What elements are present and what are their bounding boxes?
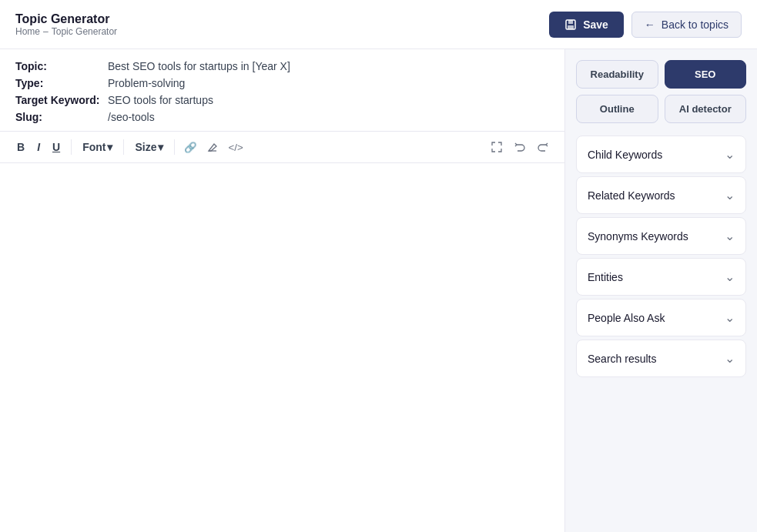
accordion-search-results: Search results ⌄ [576,340,746,377]
fullscreen-icon [491,141,503,153]
chevron-entities-icon: ⌄ [725,269,735,284]
meta-bar: Topic: Best SEO tools for startups in [Y… [0,49,564,132]
toolbar-divider-1 [71,139,72,155]
meta-row-type: Type: Problem-solving [15,77,549,89]
main: Topic: Best SEO tools for startups in [Y… [0,49,757,532]
slug-label: Slug: [15,111,108,123]
chevron-child-keywords-icon: ⌄ [725,147,735,162]
clear-format-button[interactable] [203,138,222,156]
chevron-search-results-icon: ⌄ [725,351,735,366]
save-icon [564,18,577,31]
topic-label: Topic: [15,60,108,72]
underline-icon: U [52,141,60,153]
meta-row-slug: Slug: /seo-tools [15,111,549,123]
accordion-header-people-also-ask[interactable]: People Also Ask ⌄ [577,299,745,336]
size-selector[interactable]: Size ▾ [130,138,168,156]
header-right: Save ← Back to topics [549,12,742,38]
bold-icon: B [17,141,25,153]
app-title: Topic Generator [15,12,117,26]
accordion-child-keywords: Child Keywords ⌄ [576,136,746,173]
accordion-related-keywords: Related Keywords ⌄ [576,176,746,214]
accordion-people-also-ask: People Also Ask ⌄ [576,299,746,336]
undo-icon [514,141,526,153]
font-chevron-icon: ▾ [107,141,112,153]
link-icon: 🔗 [184,142,197,153]
tab-buttons: Readability SEO Outline AI detector [565,49,757,129]
accordion-header-search-results[interactable]: Search results ⌄ [577,340,745,376]
tab-seo[interactable]: SEO [665,60,747,89]
accordion-header-child-keywords[interactable]: Child Keywords ⌄ [577,136,745,172]
accordion-synonyms-keywords: Synonyms Keywords ⌄ [576,217,746,255]
toolbar: B I U Font ▾ Size ▾ 🔗 [0,132,564,163]
bold-button[interactable]: B [12,138,29,156]
tab-outline[interactable]: Outline [576,95,658,123]
size-chevron-icon: ▾ [158,141,163,153]
underline-button[interactable]: U [48,138,65,156]
redo-button[interactable] [534,138,552,156]
font-label: Font [82,141,106,153]
slug-value: /seo-tools [108,111,155,123]
code-icon: </> [228,142,243,153]
accordion: Child Keywords ⌄ Related Keywords ⌄ Syno… [565,129,757,532]
undo-button[interactable] [511,138,529,156]
accordion-header-entities[interactable]: Entities ⌄ [577,259,745,295]
toolbar-right [487,138,552,156]
breadcrumb-home[interactable]: Home [15,26,40,37]
related-keywords-label: Related Keywords [588,189,675,202]
italic-button[interactable]: I [32,138,45,156]
search-results-label: Search results [588,353,656,365]
accordion-header-synonyms-keywords[interactable]: Synonyms Keywords ⌄ [577,218,745,254]
entities-label: Entities [588,271,623,283]
people-also-ask-label: People Also Ask [588,312,665,324]
meta-row-target-keyword: Target Keyword: SEO tools for startups [15,94,549,106]
tab-readability[interactable]: Readability [576,60,658,89]
target-keyword-value: SEO tools for startups [108,94,213,106]
back-to-topics-button[interactable]: ← Back to topics [631,12,742,38]
back-arrow-icon: ← [645,18,655,31]
header-left: Topic Generator Home – Topic Generator [15,12,117,37]
redo-icon [537,141,549,153]
chevron-people-also-ask-icon: ⌄ [725,310,735,325]
save-label: Save [583,18,608,31]
type-label: Type: [15,77,108,89]
meta-row-topic: Topic: Best SEO tools for startups in [Y… [15,60,549,72]
accordion-header-related-keywords[interactable]: Related Keywords ⌄ [577,177,745,213]
svg-rect-1 [568,20,573,24]
code-button[interactable]: </> [225,139,246,156]
chevron-related-keywords-icon: ⌄ [725,188,735,202]
eraser-icon [206,141,219,153]
link-button[interactable]: 🔗 [181,139,200,156]
content-editor[interactable] [0,163,564,532]
accordion-entities: Entities ⌄ [576,258,746,296]
save-button[interactable]: Save [549,12,624,38]
font-selector[interactable]: Font ▾ [78,138,117,156]
synonyms-keywords-label: Synonyms Keywords [588,230,688,243]
size-label: Size [135,141,156,153]
svg-rect-2 [568,25,574,29]
breadcrumb-current: Topic Generator [52,26,117,37]
tab-ai-detector[interactable]: AI detector [665,95,747,123]
type-value: Problem-solving [108,77,185,89]
child-keywords-label: Child Keywords [588,149,662,161]
topic-value: Best SEO tools for startups in [Year X] [108,60,290,72]
chevron-synonyms-keywords-icon: ⌄ [725,229,735,243]
target-keyword-label: Target Keyword: [15,94,108,106]
italic-icon: I [37,141,40,153]
breadcrumb: Home – Topic Generator [15,26,117,37]
breadcrumb-separator: – [43,26,49,37]
fullscreen-button[interactable] [487,138,506,156]
back-label: Back to topics [662,18,729,31]
header: Topic Generator Home – Topic Generator S… [0,0,757,49]
toolbar-divider-2 [123,139,124,155]
sidebar: Readability SEO Outline AI detector Chil… [564,49,757,532]
editor-area: Topic: Best SEO tools for startups in [Y… [0,49,564,532]
toolbar-divider-3 [174,139,175,155]
